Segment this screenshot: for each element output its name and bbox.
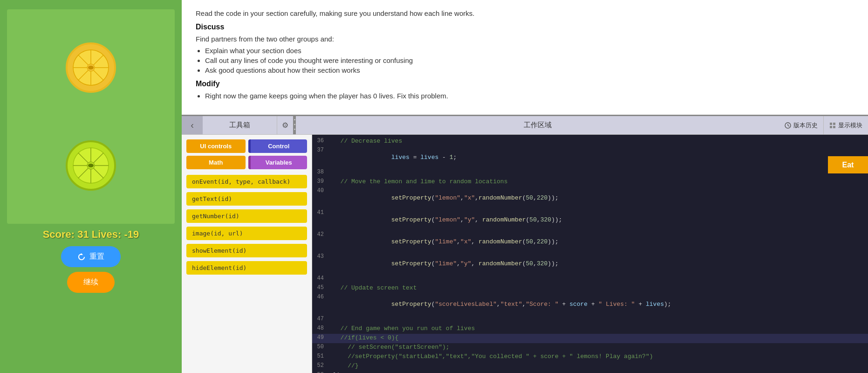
code-line-43: 43 setProperty("lime","y", randomNumber(… xyxy=(312,253,868,275)
toolbar-row: ‹ 工具箱 ⚙ • • • 工作区域 版本历史 xyxy=(182,116,868,135)
code-editor-area: ‹ 工具箱 ⚙ • • • 工作区域 版本历史 xyxy=(182,115,868,373)
version-button[interactable]: 版本历史 xyxy=(779,116,823,134)
next-label: 继续 xyxy=(83,278,98,286)
discuss-list: Explain what your section does Call out … xyxy=(205,47,854,74)
game-canvas xyxy=(7,9,175,224)
code-content: 36 // Decrease lives 37 lives = lives - … xyxy=(312,135,868,373)
editor-body: UI controls Control Math Variables onEve… xyxy=(182,135,868,373)
workspace-text: 工作区域 xyxy=(524,121,552,130)
discuss-item-1: Explain what your section does xyxy=(205,47,854,55)
svg-rect-21 xyxy=(833,123,835,125)
svg-rect-20 xyxy=(830,123,832,125)
svg-point-15 xyxy=(88,164,94,167)
category-control[interactable]: Control xyxy=(248,139,308,153)
block-onevent[interactable]: onEvent(id, type, callback) xyxy=(186,175,307,188)
lime-sprite xyxy=(65,140,116,191)
svg-rect-22 xyxy=(830,126,832,128)
show-blocks-button[interactable]: 显示模块 xyxy=(823,116,868,134)
code-line-46: 46 setProperty("scoreLivesLabel","text",… xyxy=(312,293,868,315)
block-gettext[interactable]: getText(id) xyxy=(186,192,307,206)
block-hideelement[interactable]: hideElement(id) xyxy=(186,261,307,275)
code-line-39: 39 // Move the lemon and lime to random … xyxy=(312,178,868,187)
modify-item-1: Right now the game keeps going when the … xyxy=(205,92,854,100)
discuss-item-2: Call out any lines of code you thought w… xyxy=(205,56,854,64)
reset-icon xyxy=(77,253,86,261)
code-line-37: 37 lives = lives - 1; xyxy=(312,146,868,168)
category-grid: UI controls Control Math Variables xyxy=(186,139,307,169)
svg-point-7 xyxy=(88,66,94,69)
code-line-50: 50 // setScreen("startScreen"); xyxy=(312,343,868,352)
modify-heading: Modify xyxy=(196,80,854,88)
reset-label: 重置 xyxy=(89,252,104,262)
code-line-40: 40 setProperty("lemon","x",randomNumber(… xyxy=(312,187,868,209)
block-image[interactable]: image(id, url) xyxy=(186,227,307,240)
code-line-38: 38 xyxy=(312,168,868,178)
reset-button[interactable]: 重置 xyxy=(61,246,121,267)
gear-button[interactable]: ⚙ xyxy=(277,116,293,134)
right-panel: Read the code in your section carefully,… xyxy=(182,0,868,373)
workspace-label-container: 工作区域 xyxy=(296,116,779,134)
toolbox-panel: UI controls Control Math Variables onEve… xyxy=(182,135,312,373)
clock-icon xyxy=(785,122,791,129)
code-line-45: 45 // Update screen text xyxy=(312,284,868,293)
code-line-42: 42 setProperty("lime","x", randomNumber(… xyxy=(312,231,868,253)
intro-text: Read the code in your section carefully,… xyxy=(196,9,854,17)
discuss-intro: Find partners from the two other groups … xyxy=(196,35,854,43)
category-math[interactable]: Math xyxy=(186,156,246,169)
lemon-sprite xyxy=(65,42,116,93)
eat-label: Eat xyxy=(828,156,868,173)
toolbox-text: 工具箱 xyxy=(229,121,250,130)
code-line-47: 47 xyxy=(312,315,868,325)
discuss-heading: Discuss xyxy=(196,23,854,31)
code-line-53: 53 }); xyxy=(312,371,868,373)
code-line-52: 52 //} xyxy=(312,362,868,371)
game-preview-panel: Score: 31 Lives: -19 重置 继续 xyxy=(0,0,182,373)
category-ui-controls[interactable]: UI controls xyxy=(186,139,246,153)
code-line-36: 36 // Decrease lives xyxy=(312,137,868,146)
code-line-44: 44 xyxy=(312,275,868,284)
instructions-panel: Read the code in your section carefully,… xyxy=(182,0,868,115)
code-line-41: 41 setProperty("lemon","y", randomNumber… xyxy=(312,209,868,231)
modify-list: Right now the game keeps going when the … xyxy=(205,92,854,100)
show-blocks-text: 显示模块 xyxy=(838,121,862,130)
blocks-icon xyxy=(829,122,836,129)
discuss-item-3: Ask good questions about how their secti… xyxy=(205,66,854,74)
svg-line-19 xyxy=(788,125,789,126)
svg-rect-23 xyxy=(833,126,835,128)
toolbox-label-container: 工具箱 xyxy=(203,116,277,134)
next-button[interactable]: 继续 xyxy=(67,272,115,293)
code-line-49: 49 //if(lives < 0){ xyxy=(312,334,868,343)
code-line-51: 51 //setProperty("startLabel","text","Yo… xyxy=(312,352,868,362)
category-variables[interactable]: Variables xyxy=(248,156,308,169)
back-button[interactable]: ‹ xyxy=(182,116,203,134)
block-showelement[interactable]: showElement(id) xyxy=(186,244,307,257)
code-line-48: 48 // End game when you run out of lives xyxy=(312,325,868,334)
code-panel[interactable]: 36 // Decrease lives 37 lives = lives - … xyxy=(312,135,868,373)
version-text: 版本历史 xyxy=(793,121,818,130)
score-display: Score: 31 Lives: -19 xyxy=(43,228,139,241)
block-getnumber[interactable]: getNumber(id) xyxy=(186,209,307,223)
